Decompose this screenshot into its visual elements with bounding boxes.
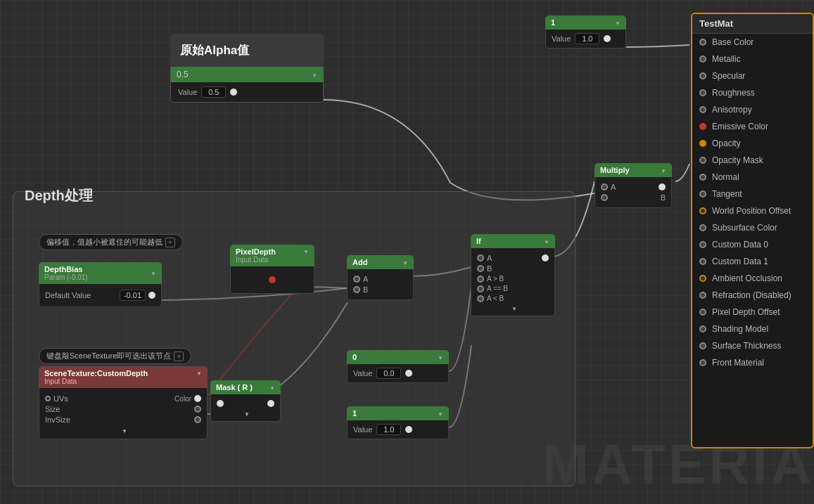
panel-item-9[interactable]: Tangent	[692, 186, 813, 202]
node-if-row-eq: A == B	[477, 285, 549, 292]
node-value1b-pin[interactable]	[405, 426, 412, 433]
node-alpha-value-field[interactable]: 0.5	[201, 86, 226, 98]
node-scenetexture-size-label: Size	[45, 405, 194, 413]
node-scenetexture-invsize-pin[interactable]	[194, 416, 201, 423]
node-depthbias[interactable]: DepthBias Param (-0.01) Default Value -0…	[39, 262, 162, 307]
panel-item-7[interactable]: Opacity Mask	[692, 152, 813, 169]
node-depthbias-value[interactable]: -0.01	[120, 290, 146, 301]
panel-item-13[interactable]: Custom Data 1	[692, 253, 813, 270]
node-if-pin-ag-in[interactable]	[477, 276, 484, 283]
node-if-expand-row	[477, 304, 549, 312]
node-value0[interactable]: 0 Value 0.0	[347, 350, 449, 383]
panel-item-17[interactable]: Shading Model	[692, 321, 813, 337]
node-scenetexture-color-label: Color	[174, 395, 191, 403]
panel-item-0[interactable]: Base Color	[692, 34, 813, 51]
node-multiply-body: A B	[594, 177, 672, 208]
panel-item-12[interactable]: Custom Data 0	[692, 236, 813, 253]
panel-pin-17	[699, 325, 706, 332]
node-value0-dropdown[interactable]	[438, 354, 443, 361]
node-multiply-dropdown[interactable]	[661, 167, 666, 174]
node-scenetexture-size-pin[interactable]	[194, 406, 201, 413]
node-if-pin-eq-in[interactable]	[477, 285, 484, 292]
node-mask-body	[210, 394, 281, 422]
node-mask-pin-out[interactable]	[267, 400, 274, 407]
node-multiply-pin-a-in[interactable]	[601, 183, 608, 190]
node-value1b-field[interactable]: 1.0	[376, 424, 401, 435]
panel-pin-10	[699, 207, 706, 214]
panel-item-18[interactable]: Surface Thickness	[692, 337, 813, 354]
panel-pin-11	[699, 224, 706, 231]
node-scenetexture-invsize-row: InvSize	[45, 415, 201, 424]
panel-pin-14	[699, 275, 706, 282]
tooltip-bias-text: 偏移值，值越小被遮住的可能越低	[46, 237, 163, 247]
node-if-expand[interactable]	[511, 304, 517, 312]
node-multiply-pin-a-out[interactable]	[659, 183, 666, 190]
node-add-title: Add	[352, 258, 367, 266]
node-value1-top-pin[interactable]	[604, 35, 611, 42]
node-value0-header: 0	[347, 350, 449, 364]
panel-item-15[interactable]: Refraction (Disabled)	[692, 287, 813, 304]
node-add-dropdown[interactable]	[402, 259, 408, 266]
node-pixeldepth[interactable]: PixelDepth Input Data	[230, 245, 314, 294]
node-if-pin-a-in[interactable]	[477, 254, 484, 261]
panel-item-8[interactable]: Normal	[692, 169, 813, 186]
node-pixeldepth-dropdown[interactable]	[303, 247, 309, 255]
node-scenetexture-color-pin[interactable]	[194, 395, 201, 402]
node-if-a-label: A	[487, 254, 492, 262]
node-mask-expand[interactable]	[244, 410, 250, 418]
node-value0-pin[interactable]	[405, 370, 412, 377]
tooltip-bias-expand[interactable]: +	[165, 238, 175, 247]
panel-label-12: Custom Data 0	[712, 240, 768, 250]
node-scenetexture[interactable]: SceneTexture:CustomDepth Input Data UVs …	[39, 366, 208, 439]
node-value1-top-dropdown[interactable]	[615, 19, 621, 27]
node-value1b-dropdown[interactable]	[438, 410, 443, 418]
node-add[interactable]: Add A B	[347, 255, 414, 300]
node-alpha-dropdown[interactable]	[312, 71, 317, 79]
node-depthbias-dropdown[interactable]	[151, 269, 156, 277]
panel-pin-15	[699, 292, 706, 299]
panel-item-19[interactable]: Front Material	[692, 354, 813, 371]
panel-item-5[interactable]: Emissive Color	[692, 118, 813, 135]
node-alpha[interactable]: 原始Alpha值 0.5 Value 0.5	[170, 34, 324, 103]
panel-item-3[interactable]: Roughness	[692, 84, 813, 101]
node-if-dropdown[interactable]	[544, 238, 549, 245]
node-scenetexture-dropdown[interactable]	[196, 369, 202, 377]
node-multiply-pin-b-in[interactable]	[601, 194, 608, 201]
panel-label-7: Opacity Mask	[712, 155, 763, 165]
node-value1-top[interactable]: 1 Value 1.0	[545, 15, 626, 49]
node-if-pin-b-in[interactable]	[477, 265, 484, 272]
node-mask-dropdown[interactable]	[269, 384, 275, 392]
node-value1-top-field[interactable]: 1.0	[575, 33, 599, 44]
node-mask-pin-in[interactable]	[217, 400, 224, 407]
node-alpha-title: 原始Alpha值	[180, 42, 249, 58]
node-mask-header: Mask ( R )	[210, 380, 281, 394]
node-add-pin-a-in[interactable]	[353, 276, 360, 283]
node-add-pin-b-in[interactable]	[353, 286, 360, 293]
node-if-pin-out[interactable]	[542, 254, 549, 261]
panel-item-2[interactable]: Specular	[692, 67, 813, 84]
node-scenetexture-uvs-pin[interactable]	[45, 396, 51, 401]
node-add-row-a: A	[353, 275, 407, 283]
node-if[interactable]: If A B A > B A == B	[471, 234, 555, 316]
panel-item-10[interactable]: World Position Offset	[692, 202, 813, 219]
node-if-pin-al-in[interactable]	[477, 295, 484, 302]
node-mask[interactable]: Mask ( R )	[210, 380, 281, 422]
tooltip-scenetexture-expand[interactable]: +	[174, 351, 184, 361]
panel-item-4[interactable]: Anisotropy	[692, 101, 813, 118]
panel-item-14[interactable]: Ambient Occlusion	[692, 270, 813, 287]
node-value0-title: 0	[352, 353, 357, 361]
node-depthbias-pin[interactable]	[148, 292, 155, 299]
node-alpha-output-pin[interactable]	[230, 89, 237, 96]
panel-item-6[interactable]: Opacity	[692, 135, 813, 152]
panel-item-1[interactable]: Metallic	[692, 51, 813, 67]
panel-item-16[interactable]: Pixel Depth Offset	[692, 304, 813, 321]
node-value1b[interactable]: 1 Value 1.0	[347, 406, 449, 439]
panel-pin-19	[699, 359, 706, 366]
tooltip-bias: 偏移值，值越小被遮住的可能越低 +	[39, 234, 183, 250]
panel-pin-18	[699, 342, 706, 349]
node-multiply[interactable]: Multiply A B	[594, 163, 672, 208]
panel-item-11[interactable]: Subsurface Color	[692, 219, 813, 236]
node-value0-field[interactable]: 0.0	[376, 368, 401, 379]
node-pixeldepth-output-pin[interactable]	[269, 276, 276, 283]
node-scenetexture-expand[interactable]	[122, 427, 127, 434]
